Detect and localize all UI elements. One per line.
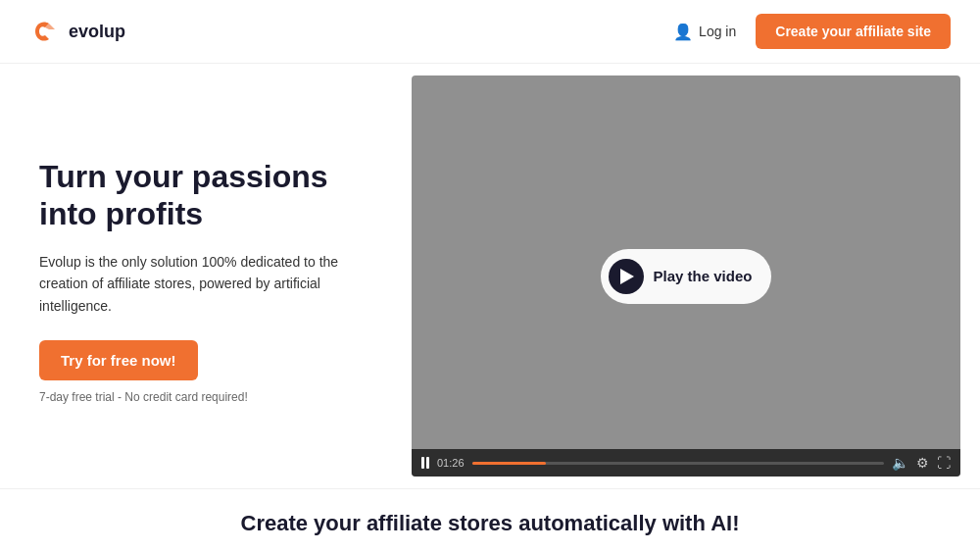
bottom-title: Create your affiliate stores automatical… bbox=[241, 511, 740, 536]
trial-note: 7-day free trial - No credit card requir… bbox=[39, 390, 382, 404]
play-button[interactable]: Play the video bbox=[601, 249, 772, 304]
video-progress-bar[interactable] bbox=[472, 462, 884, 465]
hero-right-panel: Play the video 01:26 🔈 ⚙ ⛶ bbox=[412, 64, 980, 488]
logo-area: evolup bbox=[29, 16, 125, 47]
create-affiliate-site-button[interactable]: Create your affiliate site bbox=[756, 14, 951, 49]
evolup-logo-icon bbox=[29, 16, 61, 47]
user-icon: 👤 bbox=[673, 23, 693, 41]
play-circle bbox=[609, 259, 644, 294]
fullscreen-icon[interactable]: ⛶ bbox=[937, 455, 951, 471]
settings-icon[interactable]: ⚙ bbox=[916, 455, 929, 471]
video-controls-bar: 01:26 🔈 ⚙ ⛶ bbox=[412, 449, 960, 477]
video-container: Play the video 01:26 🔈 ⚙ ⛶ bbox=[412, 75, 960, 477]
main-content: Turn your passions into profits Evolup i… bbox=[0, 64, 980, 488]
video-progress-fill bbox=[472, 462, 547, 465]
hero-title: Turn your passions into profits bbox=[39, 158, 382, 233]
video-time: 01:26 bbox=[437, 457, 465, 469]
login-label: Log in bbox=[699, 24, 736, 39]
logo-text: evolup bbox=[69, 22, 125, 42]
pause-button[interactable] bbox=[421, 457, 429, 469]
play-triangle-icon bbox=[620, 269, 634, 284]
pause-icon bbox=[421, 457, 429, 469]
hero-description: Evolup is the only solution 100% dedicat… bbox=[39, 251, 382, 317]
login-button[interactable]: 👤 Log in bbox=[673, 23, 736, 41]
hero-left-panel: Turn your passions into profits Evolup i… bbox=[0, 64, 412, 488]
pause-bar-left bbox=[421, 457, 424, 469]
hero-description-text: Evolup is the only solution 100% dedicat… bbox=[39, 254, 338, 314]
header-nav: 👤 Log in Create your affiliate site bbox=[673, 14, 951, 49]
bottom-section: Create your affiliate stores automatical… bbox=[0, 488, 980, 552]
try-free-button[interactable]: Try for free now! bbox=[39, 340, 198, 380]
pause-bar-right bbox=[426, 457, 429, 469]
play-label: Play the video bbox=[654, 268, 753, 284]
site-header: evolup 👤 Log in Create your affiliate si… bbox=[0, 0, 980, 64]
volume-icon[interactable]: 🔈 bbox=[892, 455, 908, 471]
